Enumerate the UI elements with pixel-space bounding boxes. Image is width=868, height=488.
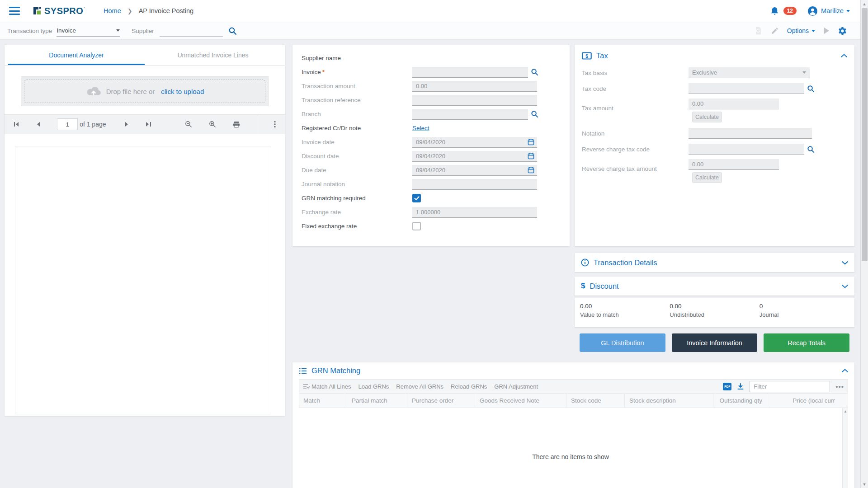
notification-count-badge: 12 <box>783 7 797 15</box>
transaction-amount-input[interactable]: 0.00 <box>412 81 537 92</box>
tax-basis-select[interactable]: Exclusive <box>689 67 810 78</box>
reverse-charge-tax-code-search-icon[interactable] <box>807 145 815 153</box>
invoice-date-calendar-icon[interactable] <box>528 139 534 147</box>
scroll-up-icon[interactable]: ▲ <box>861 0 868 8</box>
supplier-name-label: Supplier name <box>302 55 412 61</box>
discount-date-label: Discount date <box>302 153 412 160</box>
reverse-charge-calculate-button[interactable]: Calculate <box>692 172 722 183</box>
invoice-form: Supplier name Invoice* Transaction amoun… <box>292 45 570 246</box>
match-all-lines-button[interactable]: Match All Lines <box>303 383 351 390</box>
tax-collapse-icon[interactable] <box>841 54 847 58</box>
document-refresh-icon[interactable] <box>754 26 763 35</box>
required-marker: * <box>322 69 325 75</box>
zoom-in-icon[interactable] <box>209 121 216 128</box>
export-pdf-icon[interactable]: PDF <box>723 383 731 390</box>
options-menu[interactable]: Options <box>787 27 815 34</box>
transaction-details-section[interactable]: Transaction Details <box>575 253 854 272</box>
discount-date-calendar-icon[interactable] <box>528 153 534 161</box>
more-options-kebab-icon[interactable] <box>274 121 276 128</box>
discount-expand-icon[interactable] <box>842 284 848 288</box>
upload-link[interactable]: click to upload <box>161 88 204 95</box>
invoice-input[interactable] <box>412 67 528 78</box>
invoice-date-input[interactable]: 09/04/2020 <box>412 137 537 148</box>
next-page-icon[interactable] <box>125 122 129 127</box>
supplier-input[interactable] <box>160 25 223 37</box>
tab-unmatched-invoice-lines[interactable]: Unmatched Invoice Lines <box>145 45 281 65</box>
fixed-exchange-rate-checkbox[interactable] <box>412 222 421 230</box>
run-icon[interactable] <box>823 27 830 34</box>
load-grns-button[interactable]: Load GRNs <box>358 383 389 390</box>
grn-list-icon <box>299 368 307 374</box>
grn-collapse-icon[interactable] <box>842 369 848 373</box>
due-date-input[interactable]: 09/04/2020 <box>412 165 537 176</box>
grn-adjustment-button[interactable]: GRN Adjustment <box>494 383 538 390</box>
discount-title: Discount <box>590 282 618 291</box>
zoom-out-icon[interactable] <box>185 121 192 128</box>
column-header-goods-received-note[interactable]: Goods Received Note <box>475 394 566 408</box>
page-scrollbar[interactable]: ▲ ▼ <box>860 0 868 488</box>
print-icon[interactable] <box>233 121 240 128</box>
tax-basis-label: Tax basis <box>582 70 689 76</box>
tax-code-input[interactable] <box>689 83 804 94</box>
branch-search-icon[interactable] <box>531 110 538 118</box>
reverse-charge-tax-amount-label: Reverse charge tax amount <box>582 165 689 172</box>
due-date-calendar-icon[interactable] <box>528 167 534 175</box>
menu-icon[interactable] <box>9 7 20 15</box>
tax-notation-input[interactable] <box>689 128 812 139</box>
user-menu[interactable]: Marilize <box>807 6 850 16</box>
supplier-search-icon[interactable] <box>228 27 237 35</box>
column-header-match[interactable]: Match <box>299 394 347 408</box>
svg-text:$: $ <box>585 54 588 59</box>
column-header-partial-match[interactable]: Partial match <box>347 394 407 408</box>
tax-calculate-button[interactable]: Calculate <box>692 112 722 122</box>
exchange-rate-input[interactable]: 1.000000 <box>412 207 537 218</box>
transaction-reference-input[interactable] <box>412 95 537 106</box>
discount-date-input[interactable]: 09/04/2020 <box>412 151 537 162</box>
reload-grns-button[interactable]: Reload GRNs <box>451 383 487 390</box>
invoice-information-button[interactable]: Invoice Information <box>672 333 758 352</box>
first-page-icon[interactable] <box>14 122 19 127</box>
column-header-price-local[interactable]: Price (local curr <box>767 394 840 408</box>
breadcrumb-home-link[interactable]: Home <box>104 7 121 14</box>
gl-distribution-button[interactable]: GL Distribution <box>580 333 665 352</box>
journal-notation-input[interactable] <box>412 179 537 190</box>
grn-matching-required-label: GRN matching required <box>302 195 412 202</box>
edit-pencil-icon[interactable] <box>771 27 779 35</box>
last-page-icon[interactable] <box>146 122 151 127</box>
grn-scroll-up-icon[interactable]: ▲ <box>843 408 848 414</box>
column-header-outstanding-qty[interactable]: Outstanding qty <box>713 394 767 408</box>
recap-totals-button[interactable]: Recap Totals <box>764 333 849 352</box>
column-header-purchase-order[interactable]: Purchase order <box>407 394 475 408</box>
remove-all-grns-button[interactable]: Remove All GRNs <box>396 383 443 390</box>
scrollbar-thumb[interactable] <box>862 8 868 261</box>
settings-gear-icon[interactable] <box>838 26 847 36</box>
transaction-details-expand-icon[interactable] <box>842 261 848 265</box>
reverse-charge-tax-code-input[interactable] <box>689 144 804 155</box>
grn-table-scrollbar[interactable]: ▲ <box>842 408 848 488</box>
grn-more-options-icon[interactable]: ••• <box>835 383 844 390</box>
download-icon[interactable] <box>737 383 744 390</box>
tab-document-analyzer[interactable]: Document Analyzer <box>8 45 145 65</box>
invoice-search-icon[interactable] <box>531 68 538 76</box>
registered-note-select-link[interactable]: Select <box>412 125 429 131</box>
discount-section[interactable]: $ Discount <box>575 277 854 296</box>
grn-matching-required-checkbox[interactable] <box>412 194 421 202</box>
branch-input[interactable] <box>412 109 528 120</box>
value-to-match-stat: 0.00 Value to match <box>580 303 670 323</box>
scroll-down-icon[interactable]: ▼ <box>861 480 868 488</box>
undistributed-label: Undistributed <box>670 311 759 318</box>
transaction-type-select[interactable]: Invoice <box>57 25 120 37</box>
reverse-charge-tax-amount-input[interactable]: 0.00 <box>689 159 779 170</box>
tax-code-search-icon[interactable] <box>807 85 815 93</box>
tax-panel-title: Tax <box>596 52 608 60</box>
column-header-stock-description[interactable]: Stock description <box>625 394 713 408</box>
notifications-bell-icon[interactable] <box>770 6 779 16</box>
previous-page-icon[interactable] <box>36 122 40 127</box>
tax-amount-input[interactable]: 0.00 <box>689 99 779 109</box>
syspro-logo-icon <box>33 6 42 15</box>
page-number-input[interactable] <box>57 118 78 130</box>
file-dropzone[interactable]: Drop file here or click to upload <box>21 76 269 106</box>
invoice-date-label: Invoice date <box>302 139 412 145</box>
column-header-stock-code[interactable]: Stock code <box>566 394 625 408</box>
grn-filter-input[interactable] <box>750 381 830 392</box>
